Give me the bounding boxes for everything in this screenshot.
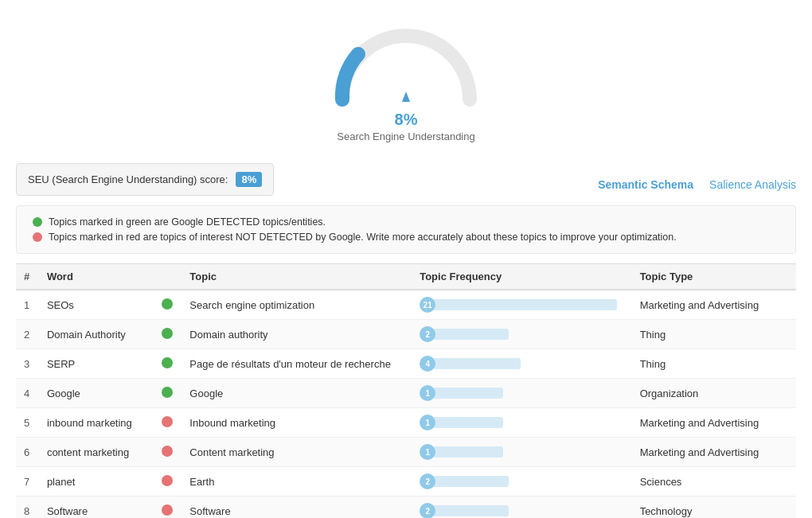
- freq-bar-wrap: 2: [420, 473, 623, 489]
- red-dot-icon: [33, 232, 42, 242]
- freq-bar: [434, 476, 509, 487]
- cell-word: Google: [39, 379, 154, 408]
- cell-freq: 21: [412, 290, 631, 320]
- status-dot-icon: [162, 387, 173, 398]
- freq-bar-wrap: 1: [420, 385, 623, 401]
- table-body: 1 SEOs Search engine optimization 21 Mar…: [16, 290, 796, 518]
- gauge-chart: 8% Search Engine Understanding: [326, 16, 486, 142]
- score-row: SEU (Search Engine Understanding) score:…: [16, 163, 796, 205]
- gauge-title: Search Engine Understanding: [337, 130, 474, 142]
- tab-salience-analysis[interactable]: Salience Analysis: [709, 178, 796, 191]
- score-label: SEU (Search Engine Understanding) score:: [28, 173, 228, 185]
- cell-type: Sciences: [632, 467, 796, 497]
- cell-num: 3: [16, 349, 39, 379]
- cell-indicator: [154, 467, 182, 497]
- freq-badge: 1: [420, 444, 435, 460]
- col-header-word: Word: [39, 264, 154, 290]
- cell-word: SERP: [39, 349, 154, 379]
- table-row: 4 Google Google 1 Organization: [16, 379, 796, 408]
- cell-freq: 1: [412, 438, 631, 467]
- svg-marker-0: [402, 92, 410, 102]
- legend-item-red: Topics marked in red are topics of inter…: [33, 232, 779, 243]
- status-dot-icon: [162, 357, 173, 368]
- cell-topic: Google: [182, 379, 412, 408]
- freq-bar-wrap: 1: [420, 415, 623, 430]
- freq-bar: [434, 299, 617, 310]
- col-header-topic: Topic: [182, 264, 412, 290]
- gauge-label: 8%: [395, 111, 418, 129]
- cell-topic: Search engine optimization: [182, 290, 412, 320]
- legend-section: Topics marked in green are Google DETECT…: [16, 205, 796, 254]
- table-row: 8 Software Software 2 Technology: [16, 497, 796, 519]
- cell-indicator: [154, 290, 182, 320]
- freq-badge: 4: [420, 356, 435, 372]
- cell-num: 5: [16, 408, 39, 438]
- freq-bar-wrap: 1: [420, 444, 623, 460]
- cell-num: 2: [16, 320, 39, 349]
- cell-indicator: [154, 438, 182, 467]
- cell-freq: 2: [412, 497, 631, 519]
- col-header-indicator: [154, 264, 182, 290]
- table-row: 6 content marketing Content marketing 1 …: [16, 438, 796, 467]
- tab-semantic-schema[interactable]: Semantic Schema: [598, 178, 693, 191]
- cell-type: Thing: [632, 349, 796, 379]
- cell-topic: Domain authority: [182, 320, 412, 349]
- col-header-num: #: [16, 264, 39, 290]
- cell-indicator: [154, 349, 182, 379]
- cell-type: Marketing and Advertising: [632, 408, 796, 438]
- freq-bar: [434, 417, 503, 428]
- table-row: 2 Domain Authority Domain authority 2 Th…: [16, 320, 796, 349]
- legend-text-green: Topics marked in green are Google DETECT…: [49, 216, 326, 228]
- freq-bar-wrap: 4: [420, 356, 623, 372]
- freq-badge: 1: [420, 385, 435, 401]
- cell-topic: Inbound marketing: [182, 408, 412, 438]
- table-section: # Word Topic Topic Frequency Topic Type …: [0, 263, 812, 518]
- status-dot-icon: [162, 446, 173, 457]
- table-row: 1 SEOs Search engine optimization 21 Mar…: [16, 290, 796, 320]
- status-dot-icon: [162, 298, 173, 310]
- cell-freq: 2: [412, 320, 631, 349]
- score-bar: SEU (Search Engine Understanding) score:…: [16, 163, 274, 196]
- cell-num: 8: [16, 497, 39, 519]
- gauge-svg: [326, 16, 486, 107]
- gauge-percent: 8%: [395, 111, 418, 129]
- status-dot-icon: [162, 504, 173, 516]
- cell-topic: Earth: [182, 467, 412, 497]
- freq-bar-wrap: 21: [420, 297, 623, 313]
- gauge-section: 8% Search Engine Understanding: [0, 0, 812, 150]
- cell-type: Marketing and Advertising: [632, 438, 796, 467]
- status-dot-icon: [162, 328, 173, 339]
- cell-type: Organization: [632, 379, 796, 408]
- table-row: 3 SERP Page de résultats d'un moteur de …: [16, 349, 796, 379]
- legend-text-red: Topics marked in red are topics of inter…: [49, 232, 677, 243]
- green-dot-icon: [33, 217, 42, 227]
- cell-word: SEOs: [39, 290, 154, 320]
- freq-bar-wrap: 2: [420, 326, 623, 342]
- cell-indicator: [154, 379, 182, 408]
- cell-topic: Software: [182, 497, 412, 519]
- cell-indicator: [154, 320, 182, 349]
- freq-bar: [434, 505, 509, 516]
- status-dot-icon: [162, 416, 173, 427]
- col-header-type: Topic Type: [632, 264, 796, 290]
- main-table: # Word Topic Topic Frequency Topic Type …: [16, 263, 796, 518]
- cell-word: inbound marketing: [39, 408, 154, 438]
- freq-bar: [434, 358, 521, 369]
- freq-badge: 2: [420, 326, 435, 342]
- cell-topic: Content marketing: [182, 438, 412, 467]
- cell-freq: 1: [412, 379, 631, 408]
- freq-bar-wrap: 2: [420, 503, 623, 518]
- cell-indicator: [154, 408, 182, 438]
- cell-type: Thing: [632, 320, 796, 349]
- cell-type: Marketing and Advertising: [632, 290, 796, 320]
- tabs: Semantic Schema Salience Analysis: [598, 178, 796, 191]
- cell-type: Technology: [632, 497, 796, 519]
- freq-bar: [434, 446, 503, 458]
- freq-badge: 1: [420, 415, 435, 430]
- table-row: 5 inbound marketing Inbound marketing 1 …: [16, 408, 796, 438]
- cell-num: 4: [16, 379, 39, 408]
- cell-freq: 4: [412, 349, 631, 379]
- freq-badge: 2: [420, 473, 435, 489]
- cell-freq: 1: [412, 408, 631, 438]
- freq-bar: [434, 388, 503, 399]
